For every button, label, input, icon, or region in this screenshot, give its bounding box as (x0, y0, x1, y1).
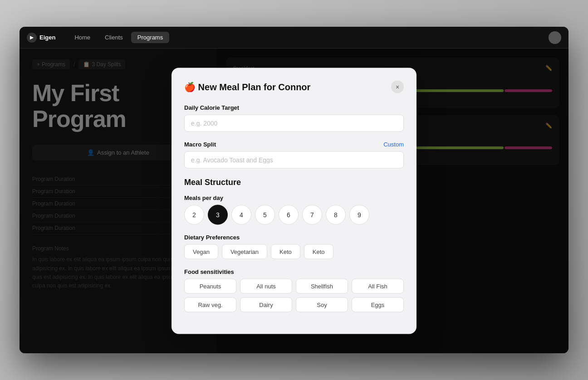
meals-per-day-label: Meals per day (184, 195, 404, 201)
meals-per-day: 2 3 4 5 6 7 8 9 (184, 205, 404, 225)
meal-count-6[interactable]: 6 (279, 205, 299, 225)
logo-icon: ▶ (27, 33, 37, 43)
modal-close-button[interactable]: × (391, 81, 404, 93)
logo: ▶ Eigen (27, 33, 55, 43)
modal: 🍎 New Meal Plan for Connor × Daily Calor… (172, 68, 416, 334)
nav-clients[interactable]: Clients (98, 32, 129, 43)
meal-count-8[interactable]: 8 (326, 205, 346, 225)
dietary-prefs: Vegan Vegetarian Keto Keto (184, 244, 404, 259)
main-content: + Programs / 📋 3 Day Splits My First Pro… (20, 49, 568, 353)
sensitivity-shellfish[interactable]: Shellfish (296, 279, 348, 294)
sensitivity-dairy[interactable]: Dairy (240, 297, 292, 312)
custom-link[interactable]: Custom (383, 141, 404, 148)
meal-count-4[interactable]: 4 (231, 205, 251, 225)
macro-split-input[interactable] (184, 151, 404, 169)
sensitivity-all-nuts[interactable]: All nuts (240, 279, 292, 294)
calorie-input[interactable] (184, 115, 404, 132)
sensitivity-soy[interactable]: Soy (296, 297, 348, 312)
sensitivity-eggs[interactable]: Eggs (352, 297, 404, 312)
pref-keto-2[interactable]: Keto (304, 244, 333, 259)
sensitivity-all-fish[interactable]: All Fish (352, 279, 404, 294)
macro-split-section: Macro Split Custom (184, 141, 404, 169)
nav-programs[interactable]: Programs (131, 32, 169, 43)
calorie-section: Daily Calorie Target (184, 104, 404, 132)
meal-count-9[interactable]: 9 (349, 205, 369, 225)
dietary-prefs-section: Dietary Preferences Vegan Vegetarian Ket… (184, 234, 404, 259)
pref-vegan[interactable]: Vegan (184, 244, 218, 259)
modal-emoji: 🍎 (184, 82, 196, 92)
meal-count-5[interactable]: 5 (255, 205, 275, 225)
pref-vegetarian[interactable]: Vegetarian (222, 244, 267, 259)
macro-split-label: Macro Split Custom (184, 141, 404, 148)
meal-count-3[interactable]: 3 (208, 205, 228, 225)
food-sensitivities: Peanuts All nuts Shellfish All Fish Raw … (184, 279, 404, 312)
dietary-prefs-label: Dietary Preferences (184, 234, 404, 241)
meal-structure-section: Meal Structure Meals per day 2 3 4 5 6 7… (184, 178, 404, 225)
food-sensitivities-section: Food sensitivities Peanuts All nuts Shel… (184, 268, 404, 312)
nav-items: Home Clients Programs (68, 32, 169, 43)
sensitivity-peanuts[interactable]: Peanuts (184, 279, 236, 294)
calorie-label: Daily Calorie Target (184, 104, 404, 111)
meal-count-2[interactable]: 2 (184, 205, 204, 225)
sensitivity-raw-veg[interactable]: Raw veg. (184, 297, 236, 312)
mac-window: ▶ Eigen Home Clients Programs + Programs… (20, 27, 568, 353)
pref-keto-1[interactable]: Keto (271, 244, 300, 259)
meal-structure-title: Meal Structure (184, 178, 404, 187)
titlebar: ▶ Eigen Home Clients Programs (20, 27, 568, 49)
nav-home[interactable]: Home (68, 32, 97, 43)
logo-text: Eigen (39, 34, 55, 41)
avatar (549, 31, 561, 44)
modal-header: 🍎 New Meal Plan for Connor × (184, 81, 404, 93)
meal-count-7[interactable]: 7 (302, 205, 322, 225)
modal-title: 🍎 New Meal Plan for Connor (184, 82, 310, 93)
food-sensitivities-label: Food sensitivities (184, 268, 404, 275)
